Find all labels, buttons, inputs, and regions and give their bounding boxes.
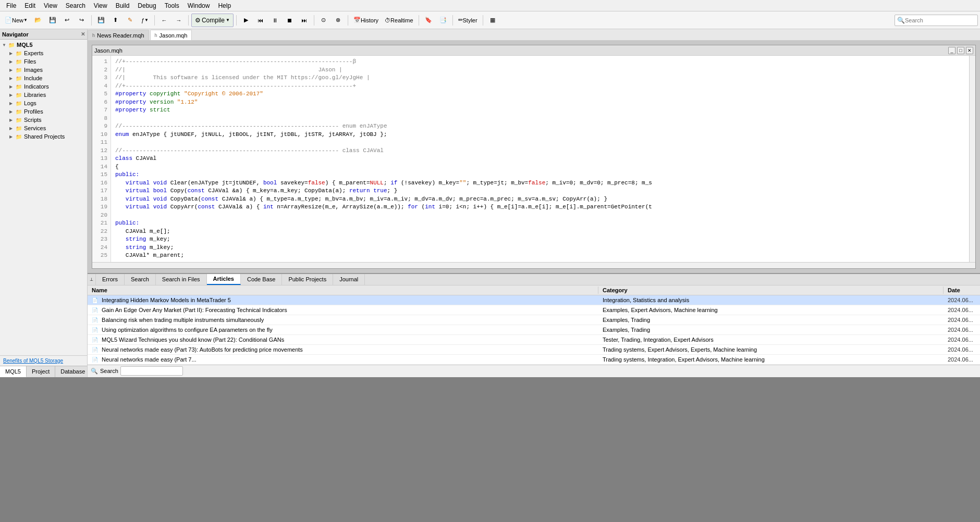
nav-item-experts[interactable]: ▶ Experts	[0, 49, 87, 57]
menu-search[interactable]: Search	[62, 1, 90, 10]
nav-item-images[interactable]: ▶ Images	[0, 66, 87, 74]
nav-item-libraries[interactable]: ▶ Libraries	[0, 91, 87, 99]
toolbar-search-input[interactable]	[905, 17, 967, 23]
article-category-5: Trading systems, Expert Advisors, Expert…	[598, 346, 944, 353]
maximize-button[interactable]: □	[957, 47, 964, 54]
tab-articles[interactable]: Articles	[207, 274, 241, 285]
breakpoint2-button[interactable]: ⊗	[332, 14, 345, 27]
toolbox-toggle[interactable]: ⊥	[88, 274, 96, 285]
undo-button[interactable]: ↩	[60, 14, 74, 27]
code-text[interactable]: //+-------------------------------------…	[111, 56, 969, 262]
article-icon-3: 📄	[92, 327, 98, 333]
tab-search[interactable]: Search	[125, 274, 156, 285]
bookmark2-button[interactable]: 📑	[436, 14, 450, 27]
folder-profiles-icon	[15, 108, 22, 115]
nav-item-scripts[interactable]: ▶ Scripts	[0, 116, 87, 124]
tab-news-reader[interactable]: h News Reader.mqh	[88, 30, 149, 40]
tab-jason[interactable]: h Jason.mqh	[150, 30, 192, 40]
bookmark-button[interactable]: 🔖	[422, 14, 435, 27]
prev-button[interactable]: ⏮	[254, 14, 267, 27]
nav-item-indicators[interactable]: ▶ Indicators	[0, 82, 87, 91]
tab-code-base[interactable]: Code Base	[241, 274, 282, 285]
code-scrollbar-x[interactable]	[92, 262, 975, 268]
play-button[interactable]: ▶	[239, 14, 253, 27]
separator-7	[419, 15, 419, 26]
menu-edit[interactable]: Edit	[20, 1, 40, 10]
history-button[interactable]: 📅 History	[351, 14, 381, 27]
folder-include-icon	[15, 74, 22, 82]
code-window: Jason.mqh _ □ ✕ 123456789101112131415161…	[92, 45, 976, 269]
toolbar-search-box[interactable]: 🔍	[895, 15, 978, 26]
menu-tools[interactable]: Tools	[161, 1, 183, 10]
article-row-2[interactable]: 📄 Balancing risk when trading multiple i…	[88, 315, 980, 325]
tab-errors[interactable]: Errors	[96, 274, 125, 285]
pause-button[interactable]: ⏸	[268, 14, 282, 27]
realtime-button[interactable]: ⏱ Realtime	[382, 14, 415, 27]
open-button[interactable]: 📂	[31, 14, 45, 27]
navigator-close-button[interactable]: ✕	[81, 31, 85, 37]
tab-search-files[interactable]: Search in Files	[156, 274, 207, 285]
nav-tab-mql5[interactable]: MQL5	[0, 366, 27, 377]
nav-item-shared-projects[interactable]: ▶ Shared Projects	[0, 132, 87, 141]
article-row-3[interactable]: 📄 Using optimization algorithms to confi…	[88, 325, 980, 335]
metrics-icon: ▦	[490, 17, 495, 23]
tab-journal[interactable]: Journal	[333, 274, 365, 285]
step-button[interactable]: ⏭	[298, 14, 311, 27]
menu-help[interactable]: Help	[214, 1, 235, 10]
nav-tab-project[interactable]: Project	[27, 366, 55, 377]
new-button[interactable]: 📄 New ▼	[2, 14, 30, 27]
nav-indicators-label: Indicators	[24, 83, 49, 90]
article-category-6: Trading systems, Integration, Expert Adv…	[598, 356, 944, 363]
nav-item-profiles[interactable]: ▶ Profiles	[0, 107, 87, 116]
forward-button[interactable]: →	[172, 14, 186, 27]
benefits-link[interactable]: Benefits of MQL5 Storage	[0, 355, 87, 366]
folder-shared-icon	[15, 133, 22, 140]
article-row-4[interactable]: 📄 MQL5 Wizard Techniques you should know…	[88, 335, 980, 345]
save-button[interactable]: 💾	[46, 14, 59, 27]
redo-button[interactable]: ↪	[75, 14, 89, 27]
realtime-icon: ⏱	[385, 17, 390, 23]
tab-jason-label: Jason.mqh	[160, 32, 188, 39]
compile-icon: ⚙	[195, 17, 201, 24]
minimize-button[interactable]: _	[948, 47, 956, 54]
realtime-label: Realtime	[390, 17, 413, 23]
metrics-button[interactable]: ▦	[486, 14, 499, 27]
stop-button[interactable]: ⏹	[283, 14, 297, 27]
nav-item-mql5[interactable]: ▼ 📁 MQL5	[0, 41, 87, 49]
article-row-6[interactable]: 📄 Neural networks made easy (Part 7... T…	[88, 355, 980, 365]
save2-icon: 💾	[97, 17, 105, 23]
nav-item-files[interactable]: ▶ Files	[0, 57, 87, 66]
code-scrollbar-y[interactable]	[969, 56, 975, 262]
menu-window[interactable]: Window	[183, 1, 214, 10]
article-row-5[interactable]: 📄 Neural networks made easy (Part 73): A…	[88, 345, 980, 355]
article-row-0[interactable]: 📄 Integrating Hidden Markov Models in Me…	[88, 295, 980, 305]
menu-view[interactable]: View	[40, 1, 62, 10]
metaeditor-button[interactable]: ✎	[124, 14, 137, 27]
compile-arrow: ▼	[226, 18, 230, 22]
tab-public-projects[interactable]: Public Projects	[282, 274, 333, 285]
menu-debug[interactable]: Debug	[133, 1, 160, 10]
nav-services-label: Services	[24, 125, 46, 131]
menu-view2[interactable]: View	[90, 1, 112, 10]
styler-button[interactable]: ✏ Styler	[456, 14, 480, 27]
col-header-name: Name	[88, 287, 598, 294]
navigator-header: Navigator ✕	[0, 29, 87, 40]
nav-item-services[interactable]: ▶ Services	[0, 124, 87, 132]
expand-icon: ▶	[9, 68, 15, 72]
nav-tab-database[interactable]: Database	[55, 366, 88, 377]
menu-build[interactable]: Build	[112, 1, 134, 10]
bottom-search-input[interactable]	[120, 366, 183, 376]
publish-button[interactable]: ⬆	[109, 14, 123, 27]
back-button[interactable]: ←	[157, 14, 171, 27]
save2-button[interactable]: 💾	[94, 14, 108, 27]
article-row-1[interactable]: 📄 Gain An Edge Over Any Market (Part II)…	[88, 305, 980, 315]
breakpoint-button[interactable]: ⊙	[317, 14, 330, 27]
nav-scripts-label: Scripts	[24, 117, 42, 123]
menu-file[interactable]: File	[2, 1, 20, 10]
nav-item-include[interactable]: ▶ Include	[0, 74, 87, 82]
function-button[interactable]: ƒ ▼	[138, 14, 152, 27]
compile-button[interactable]: ⚙ Compile ▼	[191, 14, 234, 27]
nav-item-logs[interactable]: ▶ Logs	[0, 99, 87, 107]
close-button[interactable]: ✕	[966, 47, 973, 54]
nav-include-label: Include	[24, 75, 42, 81]
